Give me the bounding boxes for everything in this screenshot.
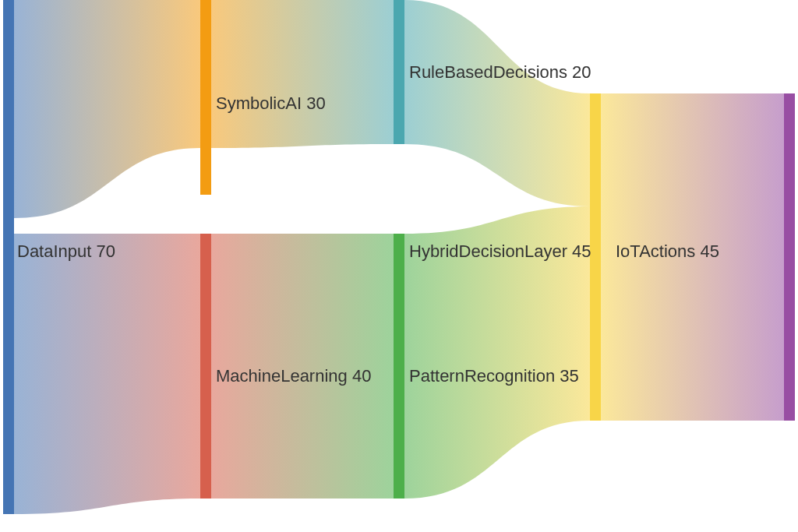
label-iotactions: IoTActions 45 — [616, 241, 719, 261]
node-yellow-merge — [590, 93, 601, 421]
node-datainput — [3, 0, 14, 514]
label-rulebaseddecisions: RuleBasedDecisions 20 — [409, 62, 591, 82]
sankey-diagram: DataInput 70 SymbolicAI 30 MachineLearni… — [0, 0, 798, 532]
node-hybrid-pattern — [394, 234, 404, 499]
label-hybriddecisionlayer: HybridDecisionLayer 45 — [409, 241, 591, 261]
label-machinelearning: MachineLearning 40 — [216, 366, 371, 386]
link-datainput-machinelearning — [14, 234, 200, 514]
node-symbolicai — [200, 0, 211, 195]
link-symbolicai-rulebased — [211, 0, 394, 148]
link-rulebased-yellow — [404, 0, 590, 206]
label-datainput: DataInput 70 — [17, 241, 115, 261]
node-rulebaseddecisions — [394, 0, 404, 144]
label-symbolicai: SymbolicAI 30 — [216, 93, 326, 113]
node-machinelearning — [200, 234, 211, 499]
label-patternrecognition: PatternRecognition 35 — [409, 366, 579, 386]
link-datainput-symbolicai — [14, 0, 200, 218]
node-iotactions — [784, 93, 795, 421]
